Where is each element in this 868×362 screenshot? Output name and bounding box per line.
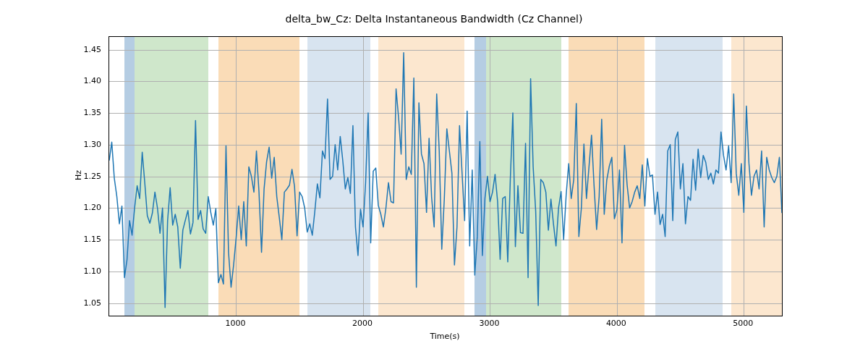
y-tick-label: 1.10 — [84, 266, 102, 275]
x-tick-label: 5000 — [733, 319, 753, 328]
y-tick-label: 1.30 — [84, 139, 102, 148]
plot-area — [109, 36, 783, 316]
x-tick-label: 1000 — [225, 319, 245, 328]
y-axis-label: Hz — [74, 170, 83, 180]
y-tick-label: 1.40 — [84, 76, 102, 85]
x-axis-label: Time(s) — [109, 332, 781, 341]
y-tick-label: 1.45 — [84, 44, 102, 54]
y-tick-label: 1.15 — [84, 235, 102, 244]
x-tick-label: 3000 — [479, 319, 499, 328]
y-tick-label: 1.25 — [84, 171, 102, 180]
y-tick-label: 1.35 — [84, 108, 102, 117]
x-tick-label: 4000 — [606, 319, 626, 328]
y-tick-label: 1.20 — [84, 203, 102, 212]
x-tick-label: 2000 — [352, 319, 373, 328]
series-line — [109, 53, 782, 308]
y-tick-label: 1.05 — [84, 298, 102, 307]
chart-title: delta_bw_Cz: Delta Instantaneous Bandwid… — [0, 13, 868, 25]
